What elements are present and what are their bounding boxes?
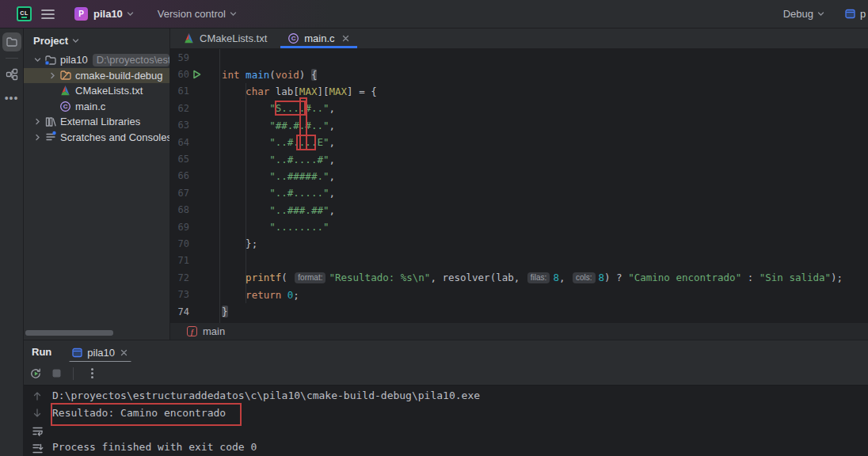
- project-panel-header[interactable]: Project: [24, 28, 169, 52]
- tree-item-external-libraries[interactable]: External Libraries: [24, 114, 169, 130]
- chevron-down-icon[interactable]: [816, 9, 826, 19]
- code-line-67[interactable]: 67 "..#.....",: [170, 184, 868, 201]
- code-line-64[interactable]: 64 "..#....E",: [170, 134, 868, 150]
- tree-item-scratches-and-consoles[interactable]: Scratches and Consoles: [24, 130, 169, 146]
- rerun-button[interactable]: [27, 365, 44, 382]
- line-number[interactable]: 61: [170, 86, 189, 97]
- project-tool-button[interactable]: [2, 32, 21, 51]
- scroll-up-button[interactable]: [32, 387, 43, 405]
- project-path: D:\proyectos\estruct: [93, 54, 169, 66]
- chevron-down-icon[interactable]: [228, 9, 238, 19]
- console-line: Process finished with exit code 0: [52, 439, 868, 456]
- console-line: D:\proyectos\estructuraddedatos\c\pila10…: [52, 387, 868, 405]
- code-text: "..#####.",: [219, 170, 335, 182]
- tree-item-label: pila10: [60, 54, 88, 66]
- soft-wrap-button[interactable]: [32, 422, 44, 439]
- code-line-65[interactable]: 65 "..#....#",: [170, 150, 868, 167]
- editor-tab-cmakelists-txt[interactable]: CMakeLists.txt: [173, 28, 277, 48]
- code-line-72[interactable]: 72 printf( format:"Resultado: %s\n", res…: [170, 269, 868, 286]
- arrow-down-icon: [32, 408, 43, 419]
- main-menu-button[interactable]: [38, 5, 57, 24]
- close-icon[interactable]: [120, 348, 128, 357]
- tree-item-cmakelists-txt[interactable]: CMakeLists.txt: [24, 83, 169, 99]
- run-tab-pila10[interactable]: pila10: [70, 344, 130, 361]
- horizontal-scrollbar[interactable]: [25, 330, 113, 336]
- line-number[interactable]: 69: [170, 222, 189, 233]
- code-text: "..#.....",: [219, 187, 335, 199]
- run-config-icon[interactable]: [845, 9, 855, 19]
- chevron-down-icon[interactable]: [125, 9, 135, 19]
- project-widget[interactable]: pila10: [93, 8, 123, 20]
- tree-item-label: External Libraries: [60, 116, 140, 127]
- stop-button[interactable]: [48, 365, 65, 382]
- tree-item-pila10[interactable]: pila10D:\proyectos\estruct: [24, 52, 169, 68]
- code-line-60[interactable]: 60int main(void) {: [170, 66, 868, 82]
- run-console[interactable]: D:\proyectos\estructuraddedatos\c\pila10…: [24, 386, 868, 456]
- line-number[interactable]: 62: [170, 103, 189, 114]
- line-number[interactable]: 60: [170, 69, 189, 80]
- code-line-62[interactable]: 62 "S....#..",: [170, 100, 868, 116]
- line-number[interactable]: 70: [170, 238, 189, 249]
- editor-tab-bar: CMakeLists.txtCmain.c: [170, 28, 868, 49]
- console-line: [52, 421, 868, 439]
- code-line-74[interactable]: 74}: [170, 303, 868, 320]
- inlay-hint: format:: [295, 272, 326, 283]
- editor[interactable]: CMakeLists.txtCmain.c 5960int main(void)…: [170, 28, 868, 323]
- code-line-73[interactable]: 73 return 0;: [170, 286, 868, 302]
- tree-item-main-c[interactable]: Cmain.c: [24, 99, 169, 115]
- app-window-icon: [72, 348, 82, 358]
- tree-item-cmake-build-debug[interactable]: cmake-build-debug: [24, 68, 169, 84]
- console-output: D:\proyectos\estructuraddedatos\c\pila10…: [52, 387, 868, 455]
- line-number[interactable]: 59: [170, 52, 189, 63]
- chevron-right-icon[interactable]: [32, 132, 44, 142]
- code-line-70[interactable]: 70 };: [170, 235, 868, 252]
- more-options-button[interactable]: [83, 365, 101, 382]
- code-line-66[interactable]: 66 "..#####.",: [170, 168, 868, 184]
- line-number[interactable]: 72: [170, 272, 189, 283]
- scroll-down-button[interactable]: [32, 405, 43, 422]
- line-number[interactable]: 63: [170, 120, 189, 131]
- code-text: char lab[MAX][MAX] = {: [219, 86, 377, 97]
- chevron-right-icon[interactable]: [32, 116, 44, 127]
- run-panel-title: Run: [32, 346, 51, 358]
- editor-tab-main-c[interactable]: Cmain.c: [277, 28, 360, 48]
- code-line-63[interactable]: 63 "##.#.#..",: [170, 117, 868, 134]
- run-gutter-icon[interactable]: [192, 70, 201, 79]
- code-line-69[interactable]: 69 "........": [170, 218, 868, 235]
- inlay-hint: filas:: [527, 272, 550, 283]
- line-number[interactable]: 65: [170, 154, 189, 165]
- line-number[interactable]: 66: [170, 170, 189, 181]
- run-config-name[interactable]: p: [860, 8, 868, 20]
- scratches-icon: [44, 131, 57, 143]
- code-line-68[interactable]: 68 "..###.##",: [170, 202, 868, 218]
- line-number[interactable]: 73: [170, 289, 189, 300]
- breadcrumb-function[interactable]: main: [203, 325, 225, 337]
- tree-item-label: CMakeLists.txt: [75, 85, 143, 97]
- scroll-to-end-button[interactable]: [32, 439, 44, 456]
- line-number[interactable]: 71: [170, 255, 189, 266]
- code-line-61[interactable]: 61 char lab[MAX][MAX] = {: [170, 83, 868, 100]
- code-line-59[interactable]: 59: [170, 49, 868, 66]
- run-panel-header: Run pila10: [24, 340, 868, 362]
- chevron-down-icon[interactable]: [32, 55, 44, 65]
- close-icon[interactable]: [341, 34, 350, 43]
- run-toolbar: [24, 362, 868, 386]
- chevron-down-icon[interactable]: [70, 36, 81, 46]
- version-control-widget[interactable]: Version control: [158, 8, 226, 20]
- more-tool-windows-button[interactable]: •••: [0, 92, 23, 104]
- code-line-71[interactable]: 71: [170, 253, 868, 269]
- run-tab-label: pila10: [87, 347, 115, 359]
- code-area[interactable]: 5960int main(void) {61 char lab[MAX][MAX…: [170, 49, 868, 320]
- line-number[interactable]: 68: [170, 204, 189, 215]
- title-bar: CL P pila10 Version control Debug p: [0, 0, 868, 28]
- chevron-right-icon[interactable]: [47, 70, 59, 81]
- svg-text:C: C: [63, 103, 68, 110]
- line-number[interactable]: 74: [170, 306, 189, 317]
- cmake-icon: [183, 32, 195, 44]
- code-text: "..#....E",: [219, 136, 335, 148]
- run-mode-widget[interactable]: Debug: [783, 8, 813, 20]
- structure-tool-button[interactable]: [2, 65, 21, 84]
- line-number[interactable]: 67: [170, 188, 189, 199]
- code-text: "........": [219, 221, 329, 233]
- line-number[interactable]: 64: [170, 137, 189, 148]
